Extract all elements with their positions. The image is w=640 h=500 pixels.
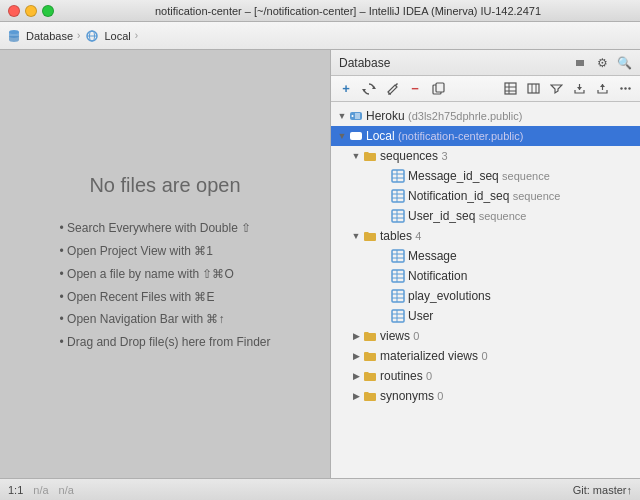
hint-item: Open a file by name with ⇧⌘O: [60, 263, 271, 286]
svg-rect-56: [392, 290, 404, 302]
tree-icon-local: [349, 129, 363, 143]
db-search-btn[interactable]: 🔍: [614, 53, 634, 73]
tree-label-sequences: sequences 3: [380, 149, 448, 163]
main-area: No files are open Search Everywhere with…: [0, 50, 640, 478]
db-settings-icon-btn[interactable]: [570, 53, 590, 73]
tree-arrow-synonyms[interactable]: [349, 389, 363, 403]
cursor-position: 1:1: [8, 484, 23, 496]
delete-btn[interactable]: −: [404, 79, 426, 99]
tree-node-message[interactable]: Message: [331, 246, 640, 266]
tree-arrow-views[interactable]: [349, 329, 363, 343]
edit-btn[interactable]: [381, 79, 403, 99]
hint-item: Open Project View with ⌘1: [60, 240, 271, 263]
traffic-lights: [8, 5, 54, 17]
tree-arrow-mat-views[interactable]: [349, 349, 363, 363]
svg-point-23: [620, 87, 622, 89]
import-btn[interactable]: [591, 79, 613, 99]
tree-label-synonyms: synonyms 0: [380, 389, 443, 403]
hint-item: Open Recent Files with ⌘E: [60, 286, 271, 309]
tree-label-heroku: Heroku (d3ls2h75dphrle.public): [366, 109, 522, 123]
svg-point-32: [352, 135, 354, 137]
tree-icon-tables: [363, 229, 377, 243]
add-datasource-btn[interactable]: +: [335, 79, 357, 99]
tree-arrow-routines[interactable]: [349, 369, 363, 383]
svg-marker-20: [577, 87, 582, 90]
svg-rect-44: [392, 210, 404, 222]
tree-node-local[interactable]: Local (notification-center.public): [331, 126, 640, 146]
tree-node-notif-seq[interactable]: Notification_id_seq sequence: [331, 186, 640, 206]
tree-label-play-evolutions: play_evolutions: [408, 289, 491, 303]
filter-btn[interactable]: [545, 79, 567, 99]
tree-node-user-seq[interactable]: User_id_seq sequence: [331, 206, 640, 226]
svg-rect-16: [528, 84, 539, 93]
tree-label-local: Local (notification-center.public): [366, 129, 523, 143]
tree-node-views[interactable]: views 0: [331, 326, 640, 346]
tree-icon-notif-seq: [391, 189, 405, 203]
title-bar: notification-center – [~/notification-ce…: [0, 0, 640, 22]
tree-icon-msg-seq: [391, 169, 405, 183]
svg-rect-60: [392, 310, 404, 322]
hint-item: Search Everywhere with Double ⇧: [60, 217, 271, 240]
db-toolbar: Database ⚙ 🔍: [331, 50, 640, 76]
tree-node-sequences[interactable]: sequences 3: [331, 146, 640, 166]
tree-icon-routines: [363, 369, 377, 383]
db-panel-title: Database: [337, 56, 568, 70]
svg-rect-40: [392, 190, 404, 202]
columns-btn[interactable]: [522, 79, 544, 99]
nav-bar: Database › Local ›: [0, 22, 640, 50]
tree-label-message: Message: [408, 249, 457, 263]
no-files-title: No files are open: [89, 174, 240, 197]
export-btn[interactable]: [568, 79, 590, 99]
tree-icon-notification: [391, 269, 405, 283]
refresh-btn[interactable]: [358, 79, 380, 99]
tree-node-play-evolutions[interactable]: play_evolutions: [331, 286, 640, 306]
git-status[interactable]: Git: master↑: [573, 484, 632, 496]
tree-node-routines[interactable]: routines 0: [331, 366, 640, 386]
tree-node-heroku[interactable]: Heroku (d3ls2h75dphrle.public): [331, 106, 640, 126]
tree-arrow-tables[interactable]: [349, 229, 363, 243]
nav-local[interactable]: Local: [104, 30, 130, 42]
tree-label-notif-seq: Notification_id_seq sequence: [408, 189, 560, 203]
tree-label-mat-views: materialized views 0: [380, 349, 488, 363]
hint-item: Open Navigation Bar with ⌘↑: [60, 308, 271, 331]
tree-node-tables[interactable]: tables 4: [331, 226, 640, 246]
minimize-button[interactable]: [25, 5, 37, 17]
duplicate-btn[interactable]: [427, 79, 449, 99]
database-panel: Database ⚙ 🔍 +: [330, 50, 640, 478]
tree-arrow-local[interactable]: [335, 129, 349, 143]
tree-node-notification[interactable]: Notification: [331, 266, 640, 286]
status-bar: 1:1 n/a n/a Git: master↑: [0, 478, 640, 500]
svg-rect-52: [392, 270, 404, 282]
db-actions: + −: [331, 76, 640, 102]
close-button[interactable]: [8, 5, 20, 17]
db-gear-btn[interactable]: ⚙: [592, 53, 612, 73]
svg-rect-36: [392, 170, 404, 182]
tree-icon-play-evolutions: [391, 289, 405, 303]
svg-point-27: [352, 115, 354, 117]
tree-node-msg-seq[interactable]: Message_id_seq sequence: [331, 166, 640, 186]
hint-item: Drag and Drop file(s) here from Finder: [60, 331, 271, 354]
more-options-btn[interactable]: [614, 79, 636, 99]
tree-label-routines: routines 0: [380, 369, 432, 383]
tree-label-tables: tables 4: [380, 229, 421, 243]
tree-label-user: User: [408, 309, 433, 323]
svg-point-24: [624, 87, 626, 89]
tree-icon-synonyms: [363, 389, 377, 403]
local-nav-icon: [84, 28, 100, 44]
tree-icon-user-seq: [391, 209, 405, 223]
tree-arrow-heroku[interactable]: [335, 109, 349, 123]
hint-list: Search Everywhere with Double ⇧ Open Pro…: [60, 217, 271, 354]
tree-node-mat-views[interactable]: materialized views 0: [331, 346, 640, 366]
tree-node-user[interactable]: User: [331, 306, 640, 326]
tree-icon-views: [363, 329, 377, 343]
tree-arrow-sequences[interactable]: [349, 149, 363, 163]
nav-database[interactable]: Database: [26, 30, 73, 42]
tree-node-synonyms[interactable]: synonyms 0: [331, 386, 640, 406]
database-tree[interactable]: Heroku (d3ls2h75dphrle.public) Local (no…: [331, 102, 640, 478]
tree-icon-mat-views: [363, 349, 377, 363]
tree-label-msg-seq: Message_id_seq sequence: [408, 169, 550, 183]
editor-area: No files are open Search Everywhere with…: [0, 50, 330, 478]
table-view-btn[interactable]: [499, 79, 521, 99]
tree-icon-user: [391, 309, 405, 323]
maximize-button[interactable]: [42, 5, 54, 17]
